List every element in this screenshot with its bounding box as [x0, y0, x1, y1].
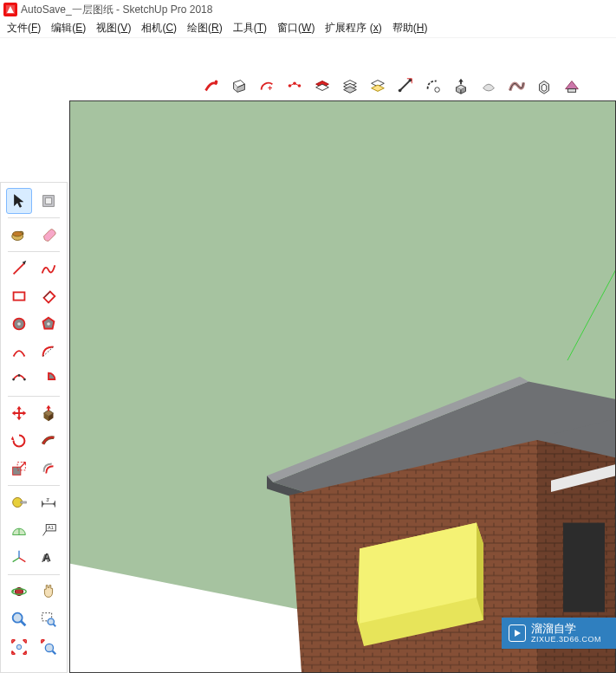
svg-line-41 — [21, 621, 26, 626]
line-tool-icon — [10, 259, 29, 278]
tool-row: A1 — [6, 517, 62, 543]
polygon-button[interactable] — [36, 311, 62, 337]
move-tool-button[interactable] — [6, 400, 32, 426]
svg-line-47 — [53, 651, 56, 655]
extrude-button[interactable] — [449, 74, 473, 98]
svg-point-1 — [215, 81, 218, 84]
zoom-window-button[interactable] — [36, 606, 62, 632]
edge-tool-icon — [396, 76, 415, 95]
menu-视图[interactable]: 视图(V) — [93, 19, 134, 37]
menu-文件[interactable]: 文件(F) — [3, 19, 44, 37]
tool-row — [6, 606, 62, 632]
3dtext-button[interactable]: AA — [36, 545, 62, 571]
bevel-button[interactable] — [421, 74, 445, 98]
eraser-button[interactable] — [36, 222, 62, 248]
menu-帮助[interactable]: 帮助(H) — [389, 19, 431, 37]
offset-button[interactable] — [36, 456, 62, 482]
svg-point-8 — [435, 87, 440, 93]
fredo-tool-button[interactable] — [199, 74, 224, 98]
weld-button[interactable] — [282, 74, 307, 98]
tool-row — [6, 366, 62, 392]
previous-view-button[interactable] — [36, 634, 62, 660]
rectangle-button[interactable] — [6, 283, 32, 309]
circle-button[interactable] — [6, 311, 32, 337]
pushpull-icon — [39, 404, 58, 423]
window-title: AutoSave_一层图纸 - SketchUp Pro 2018 — [21, 3, 212, 17]
layers-icon — [340, 76, 360, 95]
menu-相机[interactable]: 相机(C) — [138, 19, 180, 37]
arc-add-button[interactable]: + — [255, 74, 279, 98]
zoom-extents-button[interactable] — [6, 634, 32, 660]
svg-point-46 — [45, 644, 53, 651]
lasso-select-button[interactable] — [36, 188, 62, 214]
soften-icon — [479, 76, 498, 95]
followme-button[interactable] — [36, 428, 62, 454]
line-tool-button[interactable] — [6, 256, 32, 281]
paint-bucket-button[interactable] — [6, 222, 32, 248]
pushpull-button[interactable] — [36, 400, 62, 426]
dimension-button[interactable]: 3' — [36, 489, 62, 515]
arc-icon — [10, 342, 29, 361]
tool-row — [6, 634, 62, 660]
tool-row — [6, 222, 62, 248]
protractor-button[interactable] — [6, 517, 32, 543]
bevel-icon — [424, 76, 443, 95]
layers-iso-button[interactable] — [366, 74, 390, 98]
layer-color-icon — [313, 76, 332, 95]
edge-tool-button[interactable] — [393, 74, 418, 98]
svg-point-16 — [47, 322, 50, 326]
svg-text:A: A — [43, 551, 51, 564]
shell-button[interactable] — [532, 74, 556, 98]
svg-point-45 — [16, 644, 22, 650]
menu-扩展程序 [interactable]: 扩展程序 (x) — [321, 19, 385, 37]
menu-窗口[interactable]: 窗口(W) — [274, 19, 318, 37]
rotate-tool-button[interactable] — [6, 428, 32, 454]
freehand-button[interactable] — [36, 256, 62, 281]
select-tool-icon — [10, 191, 29, 210]
svg-point-11 — [13, 231, 23, 236]
tool-row — [6, 579, 62, 605]
viewport-3d[interactable] — [69, 100, 616, 673]
arc3-icon — [10, 370, 29, 389]
menu-绘图[interactable]: 绘图(R) — [184, 19, 226, 37]
pan-button[interactable] — [36, 579, 62, 605]
svg-rect-9 — [567, 89, 575, 93]
arc-add-icon: + — [257, 76, 276, 95]
svg-text:+: + — [268, 84, 272, 93]
svg-text:3': 3' — [46, 497, 49, 502]
layer-color-button[interactable] — [310, 74, 334, 98]
3dtext-icon: AA — [39, 548, 58, 567]
layers-button[interactable] — [338, 74, 362, 98]
soften-button[interactable] — [477, 74, 501, 98]
svg-line-34 — [19, 558, 25, 562]
eraser-icon — [39, 225, 58, 244]
menu-编辑[interactable]: 编辑(E) — [48, 19, 89, 37]
select-tool-button[interactable] — [6, 188, 32, 214]
orbit-button[interactable] — [6, 579, 32, 605]
axes-button[interactable] — [6, 545, 32, 571]
face-button[interactable] — [227, 74, 251, 98]
separator — [8, 396, 60, 397]
curve-button[interactable] — [504, 74, 528, 98]
scale-tool-button[interactable] — [6, 456, 32, 482]
shell-icon — [535, 76, 554, 95]
zoom-button[interactable] — [6, 606, 32, 632]
text-button[interactable]: A1 — [36, 517, 62, 543]
scale-tool-icon — [10, 459, 29, 478]
text-icon: A1 — [39, 521, 58, 540]
arc-button[interactable] — [6, 339, 32, 365]
rotated-rect-button[interactable] — [36, 283, 62, 309]
top-toolbar: + — [196, 71, 616, 100]
tape-measure-button[interactable] — [6, 489, 32, 515]
dimension-icon: 3' — [39, 493, 58, 512]
menu-工具[interactable]: 工具(T) — [230, 19, 270, 37]
roof-button[interactable] — [560, 74, 584, 98]
axes-icon — [10, 548, 29, 567]
arc3-button[interactable] — [6, 366, 32, 392]
arc2-button[interactable] — [36, 339, 62, 365]
svg-point-43 — [48, 618, 54, 624]
orbit-icon — [10, 582, 29, 601]
rotated-rect-icon — [39, 287, 58, 306]
svg-point-20 — [18, 374, 21, 377]
pie-button[interactable] — [36, 366, 62, 392]
